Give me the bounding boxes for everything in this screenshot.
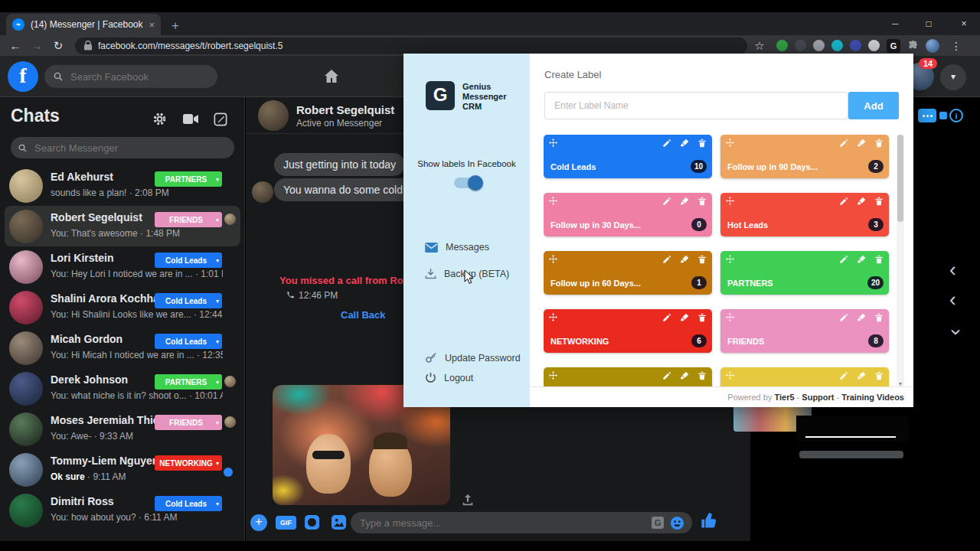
- edit-icon[interactable]: [839, 197, 848, 206]
- account-menu-button[interactable]: ▾: [940, 64, 966, 90]
- delete-icon[interactable]: [697, 197, 707, 206]
- move-icon[interactable]: [726, 139, 734, 147]
- label-card[interactable]: Follow up in 60 Days... 1: [544, 251, 712, 295]
- chat-list-item[interactable]: Micah Gordon Cold Leads▾ You: Hi Micah I…: [5, 328, 240, 368]
- delete-icon[interactable]: [874, 313, 884, 322]
- new-tab-button[interactable]: +: [172, 18, 179, 34]
- messenger-search-input[interactable]: [33, 142, 227, 155]
- label-card[interactable]: [720, 367, 889, 386]
- chat-list-item[interactable]: Ed Akehurst PARTNERS▾ sounds like a plan…: [5, 165, 240, 206]
- delete-icon[interactable]: [874, 197, 884, 206]
- support-link[interactable]: Support: [795, 393, 835, 402]
- compose-icon[interactable]: [214, 112, 227, 126]
- edit-icon[interactable]: [662, 371, 671, 380]
- scrollbar-thumb[interactable]: [897, 135, 903, 222]
- label-badge[interactable]: FRIENDS▾: [155, 415, 222, 430]
- tier5-link[interactable]: Tier5: [774, 393, 794, 402]
- attach-plus-icon[interactable]: +: [250, 514, 267, 531]
- edit-icon[interactable]: [839, 139, 848, 148]
- edit-icon[interactable]: [839, 371, 848, 380]
- sticker-icon[interactable]: [305, 515, 319, 530]
- collapse-chevron-icon[interactable]: ‹: [949, 292, 956, 307]
- move-icon[interactable]: [549, 139, 557, 147]
- call-back-link[interactable]: Call Back: [341, 309, 386, 321]
- move-icon[interactable]: [726, 197, 734, 205]
- extension-icon-grey[interactable]: [813, 40, 825, 51]
- delete-icon[interactable]: [697, 139, 707, 148]
- edit-icon[interactable]: [662, 197, 671, 206]
- extension-icon-dark[interactable]: [795, 40, 806, 51]
- label-badge[interactable]: Cold Leads▾: [155, 293, 222, 308]
- brush-icon[interactable]: [857, 139, 866, 148]
- info-icon[interactable]: i: [949, 109, 963, 122]
- brush-icon[interactable]: [857, 197, 866, 206]
- back-button[interactable]: ←: [5, 39, 26, 52]
- label-badge[interactable]: Cold Leads▾: [155, 334, 222, 349]
- emoji-icon[interactable]: [670, 516, 684, 530]
- facebook-search[interactable]: [44, 65, 217, 88]
- label-card[interactable]: Cold Leads 10: [544, 135, 712, 178]
- menu-item-update-password[interactable]: Update Password: [425, 352, 521, 364]
- label-name-input[interactable]: [544, 92, 848, 119]
- training-videos-link[interactable]: Training Videos: [835, 393, 905, 402]
- delete-icon[interactable]: [874, 255, 884, 264]
- brush-icon[interactable]: [680, 371, 689, 380]
- delete-icon[interactable]: [697, 313, 707, 322]
- move-icon[interactable]: [549, 197, 557, 205]
- label-card[interactable]: Follow up in 90 Days... 2: [720, 135, 889, 178]
- label-badge[interactable]: Cold Leads▾: [155, 496, 222, 511]
- label-badge[interactable]: Cold Leads▾: [155, 253, 222, 268]
- brush-icon[interactable]: [857, 371, 866, 380]
- facebook-logo[interactable]: f: [8, 61, 38, 92]
- move-icon[interactable]: [726, 255, 734, 263]
- profile-avatar[interactable]: [926, 39, 939, 53]
- edit-icon[interactable]: [662, 139, 671, 148]
- puzzle-icon[interactable]: [907, 40, 919, 51]
- extension-icon-green[interactable]: [776, 40, 788, 51]
- brush-icon[interactable]: [680, 313, 689, 322]
- move-icon[interactable]: [549, 371, 557, 380]
- brush-icon[interactable]: [680, 255, 689, 264]
- crm-toolbar-icon[interactable]: G: [652, 517, 664, 529]
- address-bar[interactable]: facebook.com/messages/t/robert.segelquis…: [75, 37, 747, 54]
- menu-item-logout[interactable]: Logout: [425, 372, 473, 383]
- message-input[interactable]: [358, 517, 652, 530]
- refresh-button[interactable]: ↻: [47, 39, 69, 53]
- chat-list-item[interactable]: Moses Jeremiah Thien FRIENDS▾ You: Awe-9…: [5, 409, 240, 449]
- chat-list-item[interactable]: Dimitri Ross Cold Leads▾ You: how about …: [5, 490, 240, 530]
- message-composer[interactable]: G: [351, 512, 692, 533]
- messenger-search[interactable]: [11, 137, 234, 158]
- edit-icon[interactable]: [839, 313, 848, 322]
- delete-icon[interactable]: [697, 255, 707, 264]
- share-icon[interactable]: [461, 494, 475, 507]
- video-player[interactable]: [796, 416, 909, 442]
- brush-icon[interactable]: [680, 139, 689, 148]
- label-badge[interactable]: PARTNERS▾: [155, 374, 222, 390]
- chat-list-item[interactable]: Tommy-Liem Nguyen NETWORKING▾ Ok sure9:1…: [5, 449, 240, 490]
- add-label-button[interactable]: Add: [848, 92, 899, 119]
- image-attach-icon[interactable]: [332, 515, 346, 530]
- label-card[interactable]: NETWORKING 6: [544, 309, 712, 353]
- show-labels-toggle[interactable]: [454, 178, 480, 188]
- tab-close-icon[interactable]: ×: [149, 19, 155, 31]
- chat-widget-icon[interactable]: [918, 109, 936, 122]
- collapse-chevron-icon[interactable]: ‹: [949, 262, 956, 277]
- gif-icon[interactable]: GIF: [276, 516, 296, 530]
- label-badge[interactable]: FRIENDS▾: [155, 212, 222, 227]
- label-card[interactable]: [544, 367, 712, 386]
- chat-list-item[interactable]: Shalini Arora Kochhar Cold Leads▾ You: H…: [5, 287, 240, 328]
- extension-icon-teal[interactable]: [831, 40, 843, 51]
- label-card[interactable]: PARTNERS 20: [720, 251, 889, 295]
- chat-list-item[interactable]: Lori Kirstein Cold Leads▾ You: Hey Lori …: [5, 246, 240, 287]
- edit-icon[interactable]: [662, 255, 671, 264]
- label-card[interactable]: Follow up in 30 Days... 0: [544, 193, 712, 236]
- label-badge[interactable]: PARTNERS▾: [155, 171, 222, 187]
- menu-item-messages[interactable]: Messages: [425, 242, 489, 253]
- home-icon[interactable]: [322, 67, 341, 86]
- brush-icon[interactable]: [857, 313, 866, 322]
- brush-icon[interactable]: [857, 255, 866, 264]
- window-minimize-button[interactable]: ─: [882, 12, 908, 35]
- mini-widget-icon[interactable]: [939, 112, 947, 119]
- edit-icon[interactable]: [839, 255, 848, 264]
- move-icon[interactable]: [549, 255, 557, 263]
